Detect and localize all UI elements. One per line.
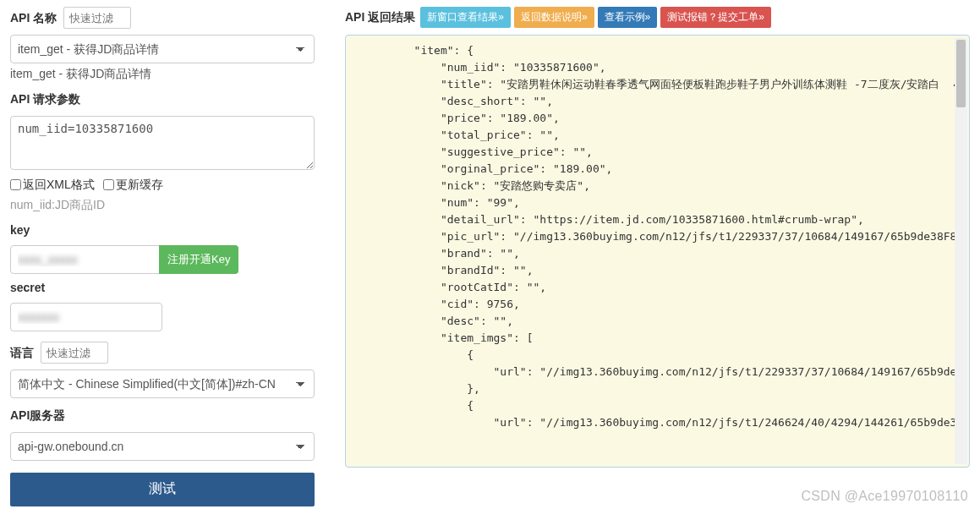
data-description-button[interactable]: 返回数据说明» xyxy=(514,7,594,28)
request-params-label: API 请求参数 xyxy=(10,92,80,107)
server-label: API服务器 xyxy=(10,408,65,424)
return-xml-checkbox[interactable]: 返回XML格式 xyxy=(10,178,95,193)
api-name-label: API 名称 xyxy=(10,11,57,26)
scrollbar-thumb[interactable] xyxy=(956,40,966,107)
register-key-button[interactable]: 注册开通Key xyxy=(159,245,238,274)
scrollbar[interactable] xyxy=(955,38,967,464)
key-label: key xyxy=(10,223,30,237)
server-select[interactable]: api-gw.onebound.cn xyxy=(10,432,315,461)
result-text[interactable]: "item": { "num_iid": "10335871600", "tit… xyxy=(361,42,966,460)
language-label: 语言 xyxy=(10,346,34,361)
test-button[interactable]: 测试 xyxy=(10,473,315,506)
api-name-filter-input[interactable] xyxy=(63,7,131,29)
api-name-select[interactable]: item_get - 获得JD商品详情 xyxy=(10,35,315,63)
left-panel: API 名称 item_get - 获得JD商品详情 item_get - 获得… xyxy=(10,7,315,506)
secret-input[interactable] xyxy=(10,303,162,331)
right-panel: API 返回结果 新窗口查看结果» 返回数据说明» 查看示例» 测试报错？提交工… xyxy=(345,7,970,506)
language-select[interactable]: 简体中文 - Chinese Simplified(中文[简体])#zh-CN xyxy=(10,369,315,398)
api-name-helper: item_get - 获得JD商品详情 xyxy=(10,67,315,82)
secret-label: secret xyxy=(10,281,45,294)
param-hint: num_iid:JD商品ID xyxy=(10,198,315,213)
language-filter-input[interactable] xyxy=(41,342,108,364)
result-title: API 返回结果 xyxy=(345,10,415,25)
view-example-button[interactable]: 查看示例» xyxy=(598,7,658,28)
update-cache-label: 更新缓存 xyxy=(116,178,163,193)
result-box: "item": { "num_iid": "10335871600", "tit… xyxy=(345,35,970,468)
return-xml-label: 返回XML格式 xyxy=(23,178,95,193)
key-input[interactable] xyxy=(10,245,162,274)
new-window-button[interactable]: 新窗口查看结果» xyxy=(420,7,511,28)
update-cache-checkbox[interactable]: 更新缓存 xyxy=(103,178,163,193)
request-params-textarea[interactable]: num_iid=10335871600 xyxy=(10,116,315,170)
report-issue-button[interactable]: 测试报错？提交工单» xyxy=(660,7,771,28)
